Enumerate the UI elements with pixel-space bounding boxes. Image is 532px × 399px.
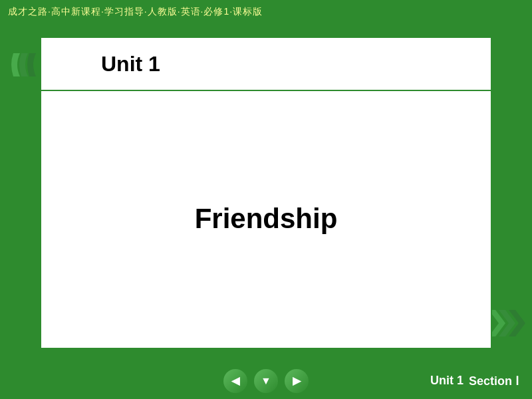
bottom-info: Unit 1 Section Ⅰ [430, 374, 519, 388]
topic-title: Friendship [195, 203, 338, 235]
header-bar: 成才之路·高中新课程·学习指导·人教版·英语·必修1·课标版 [0, 0, 532, 24]
bottom-unit-label: Unit 1 [430, 374, 464, 388]
main-content-box: Unit 1 Friendship [40, 37, 492, 349]
left-decorative-chevrons [8, 47, 45, 86]
unit-header: Unit 1 [41, 38, 491, 91]
header-title: 成才之路·高中新课程·学习指导·人教版·英语·必修1·课标版 [8, 6, 263, 18]
home-button[interactable]: ▼ [254, 369, 278, 393]
nav-buttons: ◀ ▼ ▶ [223, 369, 309, 393]
content-area: Friendship [41, 91, 491, 346]
right-arrow-icon: ▶ [293, 374, 301, 387]
bottom-bar: ◀ ▼ ▶ Unit 1 Section Ⅰ [0, 362, 532, 399]
bottom-section-label: Section Ⅰ [469, 374, 519, 388]
down-arrow-icon: ▼ [261, 375, 271, 387]
next-button[interactable]: ▶ [285, 369, 309, 393]
prev-button[interactable]: ◀ [223, 369, 247, 393]
left-arrow-icon: ◀ [231, 374, 239, 387]
unit-title: Unit 1 [101, 52, 160, 76]
